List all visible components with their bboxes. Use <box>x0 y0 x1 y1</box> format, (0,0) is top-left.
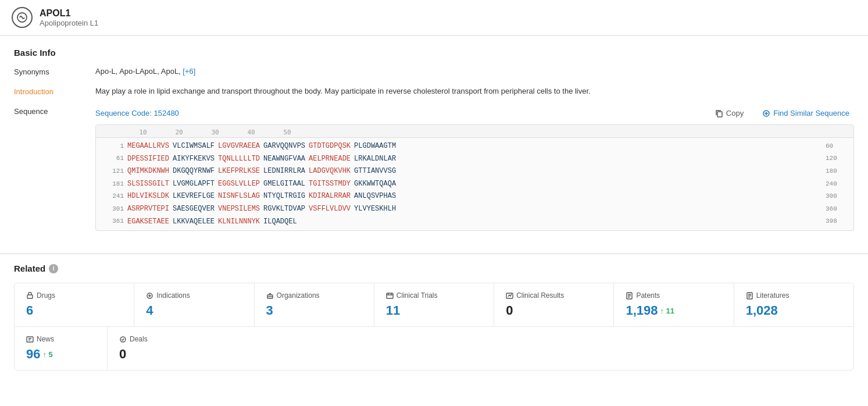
basic-info-section: Basic Info Synonyms Apo-L, Apo-LApoL, Ap… <box>0 36 868 253</box>
related-card-news[interactable]: News 96 ↑ 5 <box>15 327 108 370</box>
svg-rect-6 <box>387 293 393 298</box>
clinical-trials-value: 11 <box>386 303 482 318</box>
sequence-row: 121QMIMKDKNWHDKGQQYRNWFLKEFPRLKSELEDNIRR… <box>101 165 849 178</box>
protein-full-name: Apolipoprotein L1 <box>40 19 98 27</box>
related-card-organizations[interactable]: Organizations 3 <box>255 283 374 326</box>
similar-icon <box>762 109 770 117</box>
sequence-header: Sequence Code: 152480 Copy <box>95 106 854 120</box>
news-label: News <box>37 335 54 343</box>
org-icon <box>266 292 274 300</box>
find-similar-button[interactable]: Find Similar Sequence <box>758 106 854 120</box>
protein-name: APOL1 <box>40 8 98 19</box>
sequence-row: 301ASRPRVTEPISAESGEQVERVNEPSILEMSRGVKLTD… <box>101 203 849 216</box>
synonyms-value: Apo-L, Apo-LApoL, ApoL, [+6] <box>95 67 854 76</box>
basic-info-title: Basic Info <box>14 48 854 58</box>
related-card-indications[interactable]: Indications 4 <box>134 283 254 326</box>
drugs-label: Drugs <box>37 291 55 300</box>
related-card-drugs[interactable]: Drugs 6 <box>15 283 134 326</box>
header-text: APOL1 Apolipoprotein L1 <box>40 8 98 27</box>
patent-icon <box>626 292 633 300</box>
svg-rect-10 <box>27 337 33 342</box>
page-header: APOL1 Apolipoprotein L1 <box>0 0 868 35</box>
literatures-value: 1,028 <box>746 303 842 318</box>
indications-value: 4 <box>146 303 242 318</box>
sequence-segments: DPESSIFIEDAIKYFKEKVSTQNLLLLLTDNEAWNGFVAA… <box>124 153 826 166</box>
sequence-row: 61DPESSIFIEDAIKYFKEKVSTQNLLLLLTDNEAWNGFV… <box>101 153 849 166</box>
protein-icon <box>12 7 33 28</box>
related-row-2: News 96 ↑ 5 Deals 0 <box>15 327 853 370</box>
synonyms-row: Synonyms Apo-L, Apo-LApoL, ApoL, [+6] <box>14 67 854 76</box>
related-row-1: Drugs 6 Indications 4 Organizations 3 <box>15 283 853 327</box>
sequence-actions: Copy Find Similar Sequence <box>710 106 854 120</box>
news-trend: ↑ 5 <box>42 350 52 359</box>
related-card-literatures[interactable]: Literatures 1,028 <box>734 283 853 326</box>
sequence-segments: MEGAALLRVSVLCIWMSALFLGVGVRAEEAGARVQQNVPS… <box>124 140 826 153</box>
introduction-label: Introduction <box>14 87 95 96</box>
related-card-clinical-trials[interactable]: Clinical Trials 11 <box>374 283 494 326</box>
related-card-clinical-results[interactable]: Clinical Results 0 <box>494 283 614 326</box>
drug-icon <box>26 292 34 300</box>
sequence-row: 361EGAKSETAEELKKVAQELEEKLNILNNNYKILQADQE… <box>101 216 849 229</box>
indications-label: Indications <box>156 291 190 300</box>
introduction-text: May play a role in lipid exchange and tr… <box>95 87 854 95</box>
synonyms-label: Synonyms <box>14 67 95 76</box>
related-info-icon: i <box>49 264 58 273</box>
sequence-label: Sequence <box>14 106 95 116</box>
synonyms-text: Apo-L, Apo-LApoL, ApoL, <box>95 67 181 76</box>
copy-button[interactable]: Copy <box>710 106 748 120</box>
related-card-patents[interactable]: Patents 1,198 ↑ 11 <box>614 283 734 326</box>
copy-icon <box>715 109 723 117</box>
clinical-results-label: Clinical Results <box>516 291 564 300</box>
deal-icon <box>119 336 127 343</box>
ruler-spacer <box>101 129 125 136</box>
sequence-segments: HDLVIKSLDKLKEVREFLGENISNFLSLAGNTYQLTRGIG… <box>124 190 826 203</box>
sequence-row: Sequence Sequence Code: 152480 Copy <box>14 106 854 231</box>
patents-value: 1,198 ↑ 11 <box>626 303 721 318</box>
trial-icon <box>386 292 394 300</box>
sequence-segments: ASRPRVTEPISAESGEQVERVNEPSILEMSRGVKLTDVAP… <box>124 203 826 216</box>
sequence-code-link[interactable]: Sequence Code: 152480 <box>95 109 179 117</box>
related-card-deals[interactable]: Deals 0 <box>108 327 201 370</box>
introduction-row: Introduction May play a role in lipid ex… <box>14 87 854 96</box>
synonyms-more-link[interactable]: [+6] <box>183 67 195 76</box>
sequence-box: 10 20 30 40 50 1MEGAALLRVSVLCIWMSALFLGVG… <box>95 124 854 231</box>
sequence-value: Sequence Code: 152480 Copy <box>95 106 854 231</box>
svg-rect-1 <box>717 112 722 117</box>
indication-icon <box>146 292 153 300</box>
sequence-segments: EGAKSETAEELKKVAQELEEKLNILNNNYKILQADQEL <box>124 216 826 229</box>
organizations-label: Organizations <box>277 291 320 300</box>
news-value: 96 ↑ 5 <box>26 347 95 362</box>
sequence-data[interactable]: 1MEGAALLRVSVLCIWMSALFLGVGVRAEEAGARVQQNVP… <box>96 138 853 230</box>
copy-label: Copy <box>726 109 744 117</box>
sequence-rows-container: 1MEGAALLRVSVLCIWMSALFLGVGVRAEEAGARVQQNVP… <box>101 140 849 228</box>
sequence-segments: SLSISSGILTLVGMGLAPFTEGGSLVLLEPGMELGITAAL… <box>124 178 826 191</box>
sequence-ruler: 10 20 30 40 50 <box>96 125 853 138</box>
organizations-value: 3 <box>266 303 362 318</box>
sequence-row: 181SLSISSGILTLVGMGLAPFTEGGSLVLLEPGMELGIT… <box>101 178 849 191</box>
result-icon <box>506 292 513 300</box>
sequence-row: 1MEGAALLRVSVLCIWMSALFLGVGVRAEEAGARVQQNVP… <box>101 140 849 153</box>
svg-rect-3 <box>27 295 33 298</box>
related-section: Related i Drugs 6 Indications 4 <box>0 254 868 380</box>
related-cards-container: Drugs 6 Indications 4 Organizations 3 <box>14 283 854 371</box>
patents-label: Patents <box>636 291 660 300</box>
find-similar-label: Find Similar Sequence <box>773 109 849 117</box>
clinical-trials-label: Clinical Trials <box>397 291 438 300</box>
sequence-row: 241HDLVIKSLDKLKEVREFLGENISNFLSLAGNTYQLTR… <box>101 190 849 203</box>
deals-value: 0 <box>119 347 189 362</box>
deals-label: Deals <box>130 335 148 343</box>
news-icon <box>26 336 34 343</box>
sequence-segments: QMIMKDKNWHDKGQQYRNWFLKEFPRLKSELEDNIRRLRA… <box>124 165 826 178</box>
literatures-label: Literatures <box>756 291 790 300</box>
clinical-results-value: 0 <box>506 303 602 318</box>
drugs-value: 6 <box>26 303 122 318</box>
patents-trend: ↑ 11 <box>660 307 674 315</box>
literature-icon <box>746 292 753 300</box>
ruler-marks: 10 20 30 40 50 <box>125 129 305 136</box>
related-title: Related i <box>14 263 854 273</box>
